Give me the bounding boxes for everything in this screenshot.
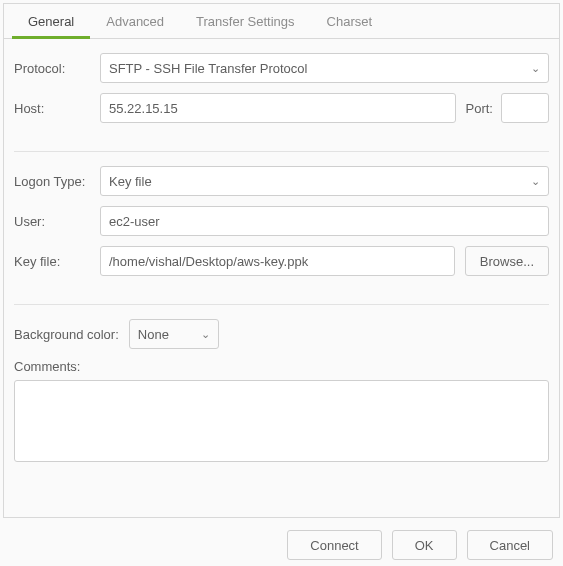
user-input[interactable]	[100, 206, 549, 236]
port-label: Port:	[466, 101, 493, 116]
host-label: Host:	[14, 101, 100, 116]
protocol-select[interactable]: SFTP - SSH File Transfer Protocol ⌄	[100, 53, 549, 83]
chevron-down-icon: ⌄	[201, 328, 210, 341]
comments-textarea[interactable]	[14, 380, 549, 462]
connect-button[interactable]: Connect	[287, 530, 381, 560]
key-file-label: Key file:	[14, 254, 100, 269]
tab-charset[interactable]: Charset	[311, 4, 389, 38]
chevron-down-icon: ⌄	[531, 62, 540, 75]
dialog-footer: Connect OK Cancel	[0, 518, 563, 560]
comments-label: Comments:	[14, 359, 549, 374]
logon-type-select[interactable]: Key file ⌄	[100, 166, 549, 196]
cancel-button[interactable]: Cancel	[467, 530, 553, 560]
tab-bar: General Advanced Transfer Settings Chars…	[4, 4, 559, 39]
key-file-input[interactable]	[100, 246, 455, 276]
tab-advanced[interactable]: Advanced	[90, 4, 180, 38]
tab-content: Protocol: SFTP - SSH File Transfer Proto…	[4, 39, 559, 475]
divider	[14, 304, 549, 305]
logon-type-label: Logon Type:	[14, 174, 100, 189]
settings-panel: General Advanced Transfer Settings Chars…	[3, 3, 560, 518]
protocol-value: SFTP - SSH File Transfer Protocol	[109, 61, 307, 76]
background-color-label: Background color:	[14, 327, 119, 342]
divider	[14, 151, 549, 152]
host-input[interactable]	[100, 93, 456, 123]
tab-transfer-settings[interactable]: Transfer Settings	[180, 4, 311, 38]
browse-button[interactable]: Browse...	[465, 246, 549, 276]
chevron-down-icon: ⌄	[531, 175, 540, 188]
ok-button[interactable]: OK	[392, 530, 457, 560]
background-color-value: None	[138, 327, 169, 342]
logon-type-value: Key file	[109, 174, 152, 189]
port-input[interactable]	[501, 93, 549, 123]
user-label: User:	[14, 214, 100, 229]
background-color-select[interactable]: None ⌄	[129, 319, 219, 349]
protocol-label: Protocol:	[14, 61, 100, 76]
tab-general[interactable]: General	[12, 4, 90, 39]
